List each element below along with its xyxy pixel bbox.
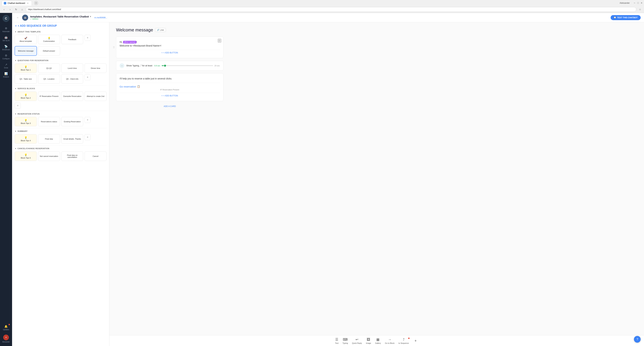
tab-close-btn[interactable]: × xyxy=(27,2,28,5)
sidebar-item-grow[interactable]: ↗ Grow xyxy=(0,62,12,70)
toolbar-gallery[interactable]: ▦ Gallery xyxy=(375,337,381,344)
drag-handle-1[interactable]: ⠿ xyxy=(113,46,115,49)
link-btn[interactable]: 🔗 LINK xyxy=(155,28,166,32)
add-card-row[interactable]: ADD A CARD xyxy=(116,104,224,109)
test-btn-label: TEST THIS CHATBOT xyxy=(617,17,638,19)
add-button-row-1[interactable]: + + ADD BUTTON xyxy=(120,50,220,55)
broadcast-label: Broadcast xyxy=(2,49,10,51)
q5-label: Q5 - Client info xyxy=(66,78,78,80)
divider-3 xyxy=(15,111,106,111)
help-btn[interactable]: ? xyxy=(634,336,641,343)
toolbar-typing[interactable]: ⌨ Typing xyxy=(342,337,348,344)
block-final-step[interactable]: Final step xyxy=(38,134,60,144)
block-existing-reservation[interactable]: Existing Reservation xyxy=(62,117,83,126)
header-back-btn[interactable]: ← xyxy=(16,15,20,20)
block-about-template[interactable]: 🚀 About template xyxy=(15,35,37,44)
add-block-service[interactable]: + xyxy=(15,103,21,109)
toolbar-go-to-block[interactable]: → Go to Block xyxy=(385,337,394,344)
block-feedback[interactable]: Feedback xyxy=(62,35,83,44)
block-not-cancel[interactable]: Not cancel reservation xyxy=(38,151,60,161)
test-chatbot-btn[interactable]: 💬 TEST THIS CHATBOT xyxy=(611,15,641,20)
maximize-btn[interactable]: □ xyxy=(637,2,639,5)
block-tips-2[interactable]: 💡 Block Tips 2 xyxy=(15,92,37,101)
bot-name-chevron[interactable]: ▾ xyxy=(90,15,91,18)
block-q4-location[interactable]: Q4 - Location xyxy=(38,74,60,84)
toolbar-image[interactable]: 🖼 Image xyxy=(366,337,371,344)
add-block-summary[interactable]: + xyxy=(84,134,90,140)
url-bar[interactable]: https://dashboard.chatfuel.com/#/bot/ xyxy=(26,7,636,12)
group-label-cancel: CANCEL/CHANGE RESERVATION xyxy=(18,147,49,149)
go-reservation-text: Go reservation xyxy=(120,85,136,88)
block-tips-4[interactable]: 💡 Block Tips 4 xyxy=(15,134,37,144)
sidebar-item-analyze[interactable]: 📊 Analyze xyxy=(0,71,12,79)
sidebar-item-automate[interactable]: ⚙ Automate xyxy=(0,25,12,34)
add-sequence-btn[interactable]: + + ADD SEQUENCE OR GROUP xyxy=(12,22,109,29)
add-button-row-2[interactable]: + + ADD BUTTON xyxy=(120,93,220,98)
message-2-text: I'll help you to reserve a table just in… xyxy=(120,77,220,80)
close-btn[interactable]: × xyxy=(641,2,642,5)
browser-tab[interactable]: C Chatfuel dashboard × xyxy=(2,1,32,6)
group-header-cancel[interactable]: ▼ CANCEL/CHANGE RESERVATION xyxy=(12,146,109,150)
toolbar-add-btn[interactable]: + xyxy=(413,338,418,343)
block-tips-3[interactable]: 💡 Block Tips 3 xyxy=(15,117,37,126)
configure-icon: ⚙ xyxy=(5,54,7,57)
message-1-text: Hi, {{first name}}! Welcome to <Restaura… xyxy=(120,40,220,48)
updates-btn[interactable]: 🔔 Updates xyxy=(2,323,10,332)
block-reservations-status[interactable]: Reservations status xyxy=(38,117,60,126)
group-header-about[interactable]: ▼ ABOUT THIS TEMPLATE xyxy=(12,29,109,34)
app-logo[interactable]: C xyxy=(2,15,10,22)
forward-btn[interactable]: › xyxy=(8,7,12,12)
app-layout: C ⚙ Automate 🤖 Set Up AI 📡 Broadcast ⚙ C… xyxy=(0,13,644,346)
home-btn[interactable]: ⌂ xyxy=(20,7,24,12)
summary-blocks-grid: 💡 Block Tips 4 Final step Email details.… xyxy=(12,133,109,145)
add-block-about[interactable]: + xyxy=(84,35,90,41)
group-header-reservation-status[interactable]: ▼ RESERVATION STATUS xyxy=(12,111,109,116)
block-customization[interactable]: 💡 Customization xyxy=(38,35,60,44)
block-email-details[interactable]: Email details. Thanks xyxy=(62,134,83,144)
gallery-icon: ▦ xyxy=(376,337,380,341)
group-header-summary[interactable]: ▼ SUMMARY xyxy=(12,129,109,133)
first-name-var[interactable]: {{first name}} xyxy=(123,41,136,44)
block-default-answer[interactable]: Default answer xyxy=(38,46,60,56)
sidebar-item-broadcast[interactable]: 📡 Broadcast xyxy=(0,44,12,52)
block-tips-5[interactable]: 💡 Block Tips 5 xyxy=(15,151,37,161)
bot-link[interactable]: m.me/80688... xyxy=(94,17,107,19)
questions-blocks-grid: 💡 Block Tips 1 Q1,Q2 Lunch time Dinner t… xyxy=(12,63,109,85)
group-header-questions[interactable]: ▼ QUESTIONS FOR RESERVATION xyxy=(12,58,109,63)
block-q5-client[interactable]: Q5 - Client info xyxy=(62,74,83,84)
delete-message-1-btn[interactable]: 🗑 xyxy=(218,39,221,43)
group-header-service[interactable]: ▼ SERVICE BLOCKS xyxy=(12,86,109,91)
bookmarks-btn[interactable]: ☆ xyxy=(638,7,642,12)
reload-btn[interactable]: ↻ xyxy=(14,7,18,12)
add-block-res-status[interactable]: + xyxy=(84,117,90,123)
sidebar-item-setup-ai[interactable]: 🤖 Set Up AI xyxy=(0,35,12,43)
message-card-2: I'll help you to reserve a table just in… xyxy=(116,73,224,101)
block-q3-table[interactable]: Q3 - Table size xyxy=(15,74,37,84)
group-label-about: ABOUT THIS TEMPLATE xyxy=(18,31,40,33)
block-final-step-cancel[interactable]: Final step on cancellation xyxy=(62,151,83,161)
toolbar-text[interactable]: ☰ Text xyxy=(335,337,338,344)
back-btn[interactable]: ‹ xyxy=(2,7,6,12)
new-tab-btn[interactable]: + xyxy=(34,1,38,5)
sidebar-item-configure[interactable]: ⚙ Configure xyxy=(0,53,12,61)
typing-slider[interactable] xyxy=(162,65,213,66)
block-welcome-message[interactable]: Welcome message xyxy=(15,46,37,56)
go-reservation-link[interactable]: Go reservation 📋 xyxy=(120,85,220,88)
add-block-questions[interactable]: + xyxy=(84,74,90,80)
block-lunch-time[interactable]: Lunch time xyxy=(62,64,83,73)
block-overwrite[interactable]: Overwrite Reservation xyxy=(62,92,83,101)
block-cancel[interactable]: Cancel xyxy=(84,151,106,161)
minimize-btn[interactable]: − xyxy=(634,2,635,5)
block-dinner-time[interactable]: Dinner time xyxy=(84,64,106,73)
block-attempt-2nd[interactable]: Attempt to create 2nd xyxy=(84,92,106,101)
browser-nav: ‹ › ↻ ⌂ https://dashboard.chatfuel.com/#… xyxy=(0,6,644,13)
block-tips-1[interactable]: 💡 Block Tips 1 xyxy=(15,64,37,73)
toolbar-quick-reply[interactable]: ↩ Quick Reply xyxy=(352,337,362,344)
toolbar-to-sequence[interactable]: ⤴ to Sequence xyxy=(398,337,409,344)
user-label: Alexander xyxy=(2,341,10,343)
go-reservation-link-wrap[interactable]: Go reservation 📋 IF Reservation Present xyxy=(120,85,220,91)
block-if-reservation[interactable]: IF Reservation Present xyxy=(38,92,60,101)
sidebar-user[interactable]: A Alexander xyxy=(1,333,11,344)
block-q1q2[interactable]: Q1,Q2 xyxy=(38,64,60,73)
quick-reply-label: Quick Reply xyxy=(352,342,362,344)
